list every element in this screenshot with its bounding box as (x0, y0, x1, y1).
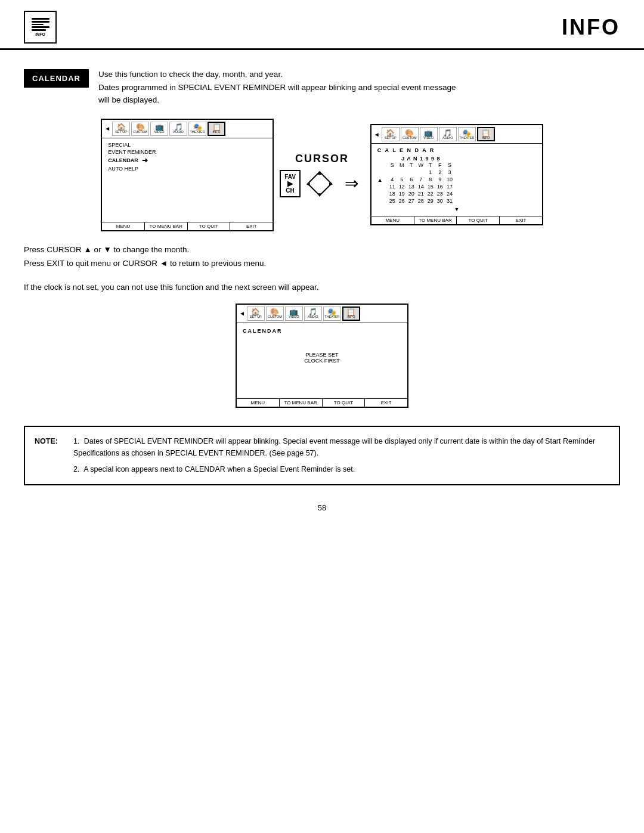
fav-ch-box: FAV ▶ CH (280, 170, 301, 197)
month-year-display: J A N 1 9 9 8 SMTWTFS 1 (388, 156, 454, 205)
cursor-label: CURSOR (295, 153, 349, 165)
menu-auto-help: AUTO HELP (108, 166, 267, 172)
instruction-line2: Press EXIT to quit menu or CURSOR ◄ to r… (24, 257, 620, 271)
page-title: INFO (562, 15, 620, 40)
third-screen-container: ◄ 🏠 SET UP 🎨 CUSTOM 📺 VIDEO (24, 304, 620, 408)
calendar-section: CALENDAR Use this function to check the … (24, 68, 620, 107)
audio-btn2: 🎵 AUDIO (439, 127, 457, 141)
left-arrow-icon2: ◄ (305, 180, 311, 187)
screen1-body: SPECIAL EVENT REMINDER CALENDAR ➜ AUTO H… (102, 138, 273, 222)
note-item-2: 2. A special icon appears next to CALEND… (73, 463, 609, 476)
note-item-1: 1. Dates of SPECIAL EVENT REMINDER will … (73, 435, 609, 460)
calendar-label: CALENDAR (24, 69, 89, 88)
month-navigation: ▲ J A N 1 9 9 8 SMTWTFS (377, 156, 536, 205)
menu-calendar: CALENDAR ➜ (108, 156, 267, 165)
calendar-screen-title: C A L E N D A R (377, 147, 536, 153)
setup-btn: 🏠 SET UP (112, 122, 130, 136)
back-arrow-icon3: ◄ (239, 310, 245, 317)
menu-btn2: MENU (371, 216, 414, 224)
page-header: INFO INFO (0, 0, 644, 50)
to-quit-btn2: TO QUIT (457, 216, 500, 224)
screen2-bottombar: MENU TO MENU BAR TO QUIT EXIT (371, 216, 542, 224)
cursor-area: FAV ▶ CH ▲ ▼ ◄ ► ⇒ (280, 170, 364, 197)
cursor-block: CURSOR FAV ▶ CH ▲ ▼ ◄ ► ⇒ (280, 153, 364, 197)
note-items: 1. Dates of SPECIAL EVENT REMINDER will … (73, 435, 609, 476)
icon-group: 🏠 SET UP 🎨 CUSTOM 📺 VIDEO 🎵 AUDIO (112, 122, 270, 136)
menu-btn: MENU (102, 222, 145, 230)
to-quit-btn3: TO QUIT (323, 399, 366, 407)
right-arrow-icon: ► (328, 180, 334, 187)
exit-btn2: EXIT (500, 216, 542, 224)
screen3-topbar: ◄ 🏠 SET UP 🎨 CUSTOM 📺 VIDEO (237, 305, 407, 323)
month-arrows: ▲ (377, 177, 383, 183)
navigate-arrow: ⇒ (345, 174, 358, 193)
audio-btn3: 🎵 AUDIO (304, 306, 322, 321)
arrow-right-icon: ➜ (142, 156, 148, 165)
instruction-line1: Press CURSOR ▲ or ▼ to change the month. (24, 243, 620, 257)
menu-btn3: MENU (237, 399, 280, 407)
down-month-arrow: ▼ (377, 206, 536, 212)
info-btn2: 📋 INFO (477, 127, 495, 141)
note-content: NOTE: 1. Dates of SPECIAL EVENT REMINDER… (35, 435, 609, 476)
video-btn3: 📺 VIDEO (285, 306, 303, 321)
theater-btn2: 🎭 THEATER (458, 127, 476, 141)
info-icon: INFO (24, 11, 57, 44)
calendar-description: Use this function to check the day, mont… (98, 68, 456, 107)
screen3: ◄ 🏠 SET UP 🎨 CUSTOM 📺 VIDEO (236, 304, 408, 408)
icon-group3: 🏠 SET UP 🎨 CUSTOM 📺 VIDEO 🎵 AUDIO (247, 306, 405, 321)
video-btn: 📺 VIDEO (150, 122, 168, 136)
calendar-label3: CALENDAR (243, 328, 401, 334)
custom-btn3: 🎨 CUSTOM (266, 306, 284, 321)
custom-btn: 🎨 CUSTOM (131, 122, 149, 136)
diamond-cursor: ▲ ▼ ◄ ► (306, 171, 333, 197)
info-btn: 📋 INFO (208, 122, 225, 136)
icon-group2: 🏠 SET UP 🎨 CUSTOM 📺 VIDEO 🎵 AUDIO (382, 127, 540, 141)
screens-row: ◄ 🏠 SET UP 🎨 CUSTOM 📺 VIDEO (24, 119, 620, 231)
screen2-topbar: ◄ 🏠 SET UP 🎨 CUSTOM 📺 VIDEO (371, 125, 542, 144)
screen1-topbar: ◄ 🏠 SET UP 🎨 CUSTOM 📺 VIDEO (102, 120, 273, 138)
instructions: Press CURSOR ▲ or ▼ to change the month.… (24, 243, 620, 271)
note-label: NOTE: (35, 435, 58, 476)
custom-btn2: 🎨 CUSTOM (401, 127, 419, 141)
instruction-line4: If the clock is not set, you can not use… (24, 283, 620, 292)
menu-special: SPECIAL (108, 142, 267, 148)
video-btn2: 📺 VIDEO (420, 127, 438, 141)
exit-btn: EXIT (230, 222, 273, 230)
month-up-arrow: ▲ (377, 177, 383, 183)
please-set-message: PLEASE SET CLOCK FIRST (243, 352, 401, 364)
screen3-body: CALENDAR PLEASE SET CLOCK FIRST (237, 323, 407, 398)
theater-btn3: 🎭 THEATER (323, 306, 341, 321)
left-arrow-icon: ◄ (104, 125, 110, 132)
setup-btn3: 🏠 SET UP (247, 306, 265, 321)
setup-btn2: 🏠 SET UP (382, 127, 400, 141)
menu-event-reminder: EVENT REMINDER (108, 149, 267, 155)
screen1-bottombar: MENU TO MENU BAR TO QUIT EXIT (102, 222, 273, 230)
exit-btn3: EXIT (365, 399, 407, 407)
theater-btn: 🎭 THEATER (188, 122, 206, 136)
note-box: NOTE: 1. Dates of SPECIAL EVENT REMINDER… (24, 426, 620, 485)
down-arrow-icon: ▼ (317, 191, 323, 198)
to-menu-bar-btn2: TO MENU BAR (414, 216, 457, 224)
to-menu-bar-btn: TO MENU BAR (145, 222, 188, 230)
screen3-bottombar: MENU TO MENU BAR TO QUIT EXIT (237, 398, 407, 407)
screen2: ◄ 🏠 SET UP 🎨 CUSTOM 📺 VIDEO (370, 124, 543, 225)
calendar-grid: SMTWTFS 123 45678910 (388, 162, 454, 205)
screen1: ◄ 🏠 SET UP 🎨 CUSTOM 📺 VIDEO (101, 119, 274, 231)
info-btn3: 📋 INFO (342, 306, 360, 321)
to-quit-btn: TO QUIT (188, 222, 231, 230)
calendar-body: C A L E N D A R ▲ J A N 1 9 9 8 SMTWTFS (371, 144, 542, 216)
to-menu-bar-btn3: TO MENU BAR (280, 399, 323, 407)
main-content: CALENDAR Use this function to check the … (0, 50, 644, 530)
up-arrow-icon: ▲ (317, 169, 323, 176)
audio-btn: 🎵 AUDIO (169, 122, 187, 136)
page-number: 58 (24, 503, 620, 512)
back-arrow-icon: ◄ (374, 131, 380, 138)
